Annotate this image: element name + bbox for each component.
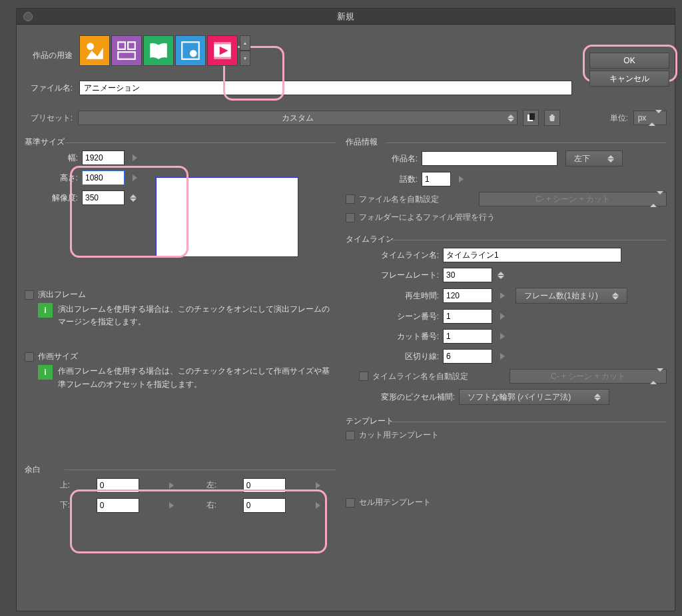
height-input[interactable] — [82, 170, 125, 185]
direction-frame-checkbox[interactable] — [25, 290, 34, 300]
auto-filename-label: ファイル名を自動設定 — [359, 194, 475, 205]
separator-arrow[interactable] — [500, 353, 505, 360]
purpose-settings-icon[interactable] — [175, 35, 206, 66]
margin-bottom-arrow[interactable] — [169, 502, 174, 509]
purpose-scroll[interactable]: ▲▼ — [240, 35, 250, 66]
cut-template-label: カット用テンプレート — [359, 430, 439, 441]
dialog-title: 新規 — [337, 11, 354, 23]
svg-rect-11 — [529, 113, 535, 120]
playtime-input[interactable] — [443, 288, 492, 303]
margin-section: 余白 上: 左: 下: 右: — [25, 464, 336, 513]
resolution-input[interactable] — [82, 190, 125, 205]
playtime-arrow[interactable] — [500, 292, 505, 299]
folder-mgmt-label: フォルダーによるファイル管理を行う — [359, 212, 495, 223]
preset-copy-icon[interactable] — [523, 110, 539, 126]
cut-input[interactable] — [443, 329, 492, 344]
episode-input[interactable] — [422, 172, 451, 186]
draw-size-section: 作画サイズ i作画フレームを使用する場合は、このチェックをオンにして作画サイズや… — [25, 351, 336, 390]
direction-frame-title: 演出フレーム — [38, 289, 86, 300]
margin-left-input[interactable] — [243, 478, 286, 493]
draw-size-checkbox[interactable] — [25, 352, 34, 362]
pixel-interp-label: 変形のピクセル補間: — [346, 392, 455, 403]
episode-label: 話数: — [346, 174, 418, 185]
filename-label: ファイル名: — [25, 83, 73, 94]
playtime-label: 再生時間: — [346, 290, 439, 302]
position-dropdown[interactable]: 左下 — [565, 151, 623, 166]
margin-bottom-label: 下: — [54, 499, 70, 511]
height-label: 高さ: — [46, 172, 78, 184]
separator-label: 区切り線: — [346, 351, 439, 362]
scene-label: シーン番号: — [346, 311, 439, 322]
frame-count-dropdown[interactable]: フレーム数(1始まり) — [515, 288, 627, 304]
width-input[interactable] — [82, 151, 125, 165]
width-arrow-icon[interactable] — [133, 154, 137, 161]
direction-frame-section: 演出フレーム i演出フレームを使用する場合は、このチェックをオンにして演出フレー… — [25, 289, 336, 328]
info-icon: i — [38, 365, 53, 380]
auto-filename-pattern: C- + シーン + カット — [479, 192, 667, 206]
folder-mgmt-checkbox[interactable] — [346, 213, 355, 222]
width-label: 幅: — [46, 153, 78, 164]
timeline-title: タイムライン — [346, 234, 667, 245]
svg-point-5 — [190, 50, 197, 57]
new-dialog: 新規 OK キャンセル 作品の用途 ▲▼ ファイル名: プリセット: カスタム … — [16, 8, 675, 611]
preset-label: プリセット: — [25, 113, 73, 124]
cut-template-checkbox[interactable] — [346, 431, 355, 440]
svg-rect-8 — [214, 42, 231, 44]
unit-label: 単位: — [610, 113, 628, 124]
svg-rect-1 — [118, 42, 125, 49]
info-icon: i — [38, 303, 53, 318]
cell-template-label: セル用テンプレート — [359, 497, 431, 508]
episode-arrow[interactable] — [459, 176, 464, 182]
auto-timeline-name-checkbox[interactable] — [359, 372, 368, 381]
timeline-name-input[interactable] — [443, 248, 621, 262]
margin-left-label: 左: — [200, 479, 216, 491]
purpose-comic-icon[interactable] — [111, 35, 142, 66]
svg-rect-9 — [214, 57, 231, 59]
cancel-button[interactable]: キャンセル — [589, 71, 669, 87]
svg-point-0 — [87, 43, 94, 50]
svg-rect-3 — [118, 52, 135, 59]
cut-arrow[interactable] — [500, 333, 505, 340]
separator-input[interactable] — [443, 349, 492, 364]
height-arrow-icon[interactable] — [133, 174, 137, 181]
cell-template-checkbox[interactable] — [346, 498, 355, 507]
unit-dropdown[interactable]: px — [633, 111, 667, 125]
close-button[interactable] — [23, 12, 33, 21]
margin-right-input[interactable] — [243, 498, 286, 513]
template-title: テンプレート — [346, 416, 667, 427]
preset-dropdown[interactable]: カスタム — [78, 111, 517, 125]
fps-input[interactable] — [443, 268, 492, 282]
auto-timeline-pattern: C- + シーン + カット — [510, 369, 667, 384]
resolution-stepper[interactable] — [130, 194, 137, 202]
template-section: テンプレート カット用テンプレート セル用テンプレート — [346, 416, 667, 508]
margin-left-arrow[interactable] — [316, 482, 320, 489]
preset-delete-icon[interactable] — [544, 110, 560, 126]
auto-filename-checkbox[interactable] — [346, 194, 355, 204]
margin-bottom-input[interactable] — [97, 498, 139, 513]
scene-input[interactable] — [443, 309, 492, 324]
timeline-name-label: タイムライン名: — [346, 250, 439, 261]
auto-timeline-name-label: タイムライン名を自動設定 — [372, 371, 506, 382]
work-name-input[interactable] — [422, 151, 557, 166]
purpose-label: 作品の用途 — [25, 35, 73, 61]
margin-right-arrow[interactable] — [316, 502, 320, 509]
base-size-title: 基準サイズ — [25, 137, 336, 148]
pixel-interp-dropdown[interactable]: ソフトな輪郭 (バイリニア法) — [459, 389, 609, 405]
margin-top-arrow[interactable] — [169, 482, 174, 489]
cut-label: カット番号: — [346, 331, 439, 342]
ok-button[interactable]: OK — [589, 53, 669, 69]
draw-size-info: 作画フレームを使用する場合は、このチェックをオンにして作画サイズや基準フレームの… — [58, 365, 336, 390]
work-info-title: 作品情報 — [346, 137, 667, 148]
scene-arrow[interactable] — [500, 313, 505, 320]
resolution-label: 解像度: — [46, 192, 78, 204]
filename-input[interactable] — [79, 81, 572, 95]
margin-top-label: 上: — [54, 479, 70, 491]
purpose-animation-icon[interactable] — [207, 35, 238, 66]
purpose-book-icon[interactable] — [143, 35, 174, 66]
fps-stepper[interactable] — [498, 272, 504, 279]
purpose-illustration-icon[interactable] — [79, 35, 110, 66]
canvas-preview — [156, 177, 298, 257]
margin-title: 余白 — [25, 464, 336, 475]
svg-rect-2 — [128, 42, 135, 49]
margin-top-input[interactable] — [97, 478, 139, 493]
